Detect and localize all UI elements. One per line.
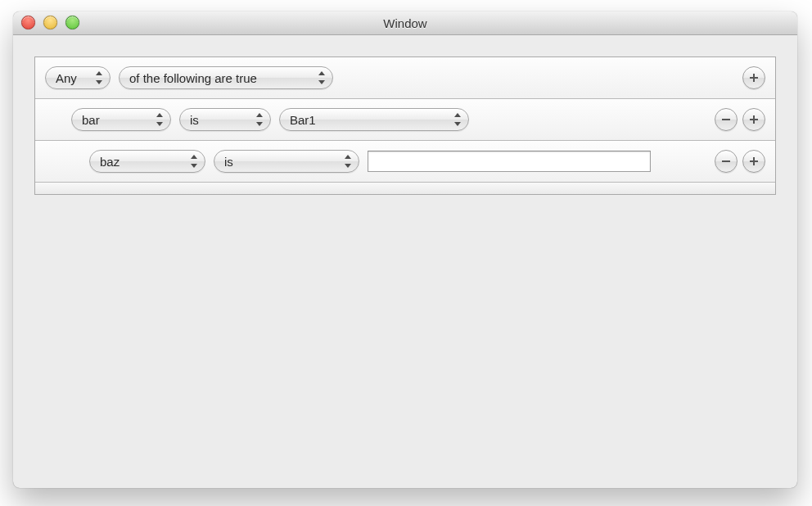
chevron-updown-icon [345,156,351,167]
add-rule-button[interactable] [742,108,765,131]
svg-rect-4 [750,119,758,120]
rule-editor-footer [35,183,775,194]
chevron-updown-icon [191,156,197,167]
value-input[interactable] [368,151,651,172]
value-popup[interactable]: Bar1 [279,108,469,131]
plus-icon [749,73,759,83]
rule-row-compound: Any of the following are true [35,57,775,99]
svg-rect-7 [750,160,758,162]
svg-rect-5 [722,160,730,162]
rule-row: bar is Bar1 [35,99,775,141]
match-popup-label: Any [56,71,77,85]
window-title: Window [383,16,426,30]
minimize-icon[interactable] [43,16,57,29]
field-popup-label: baz [100,155,120,169]
minus-icon [721,115,731,124]
chevron-updown-icon [318,72,325,84]
window-frame: Window Any of the following are true [13,11,797,488]
field-popup[interactable]: bar [71,108,171,131]
match-popup[interactable]: Any [45,66,111,89]
value-popup-label: Bar1 [290,113,316,127]
chevron-updown-icon [96,72,102,84]
field-popup-label: bar [82,113,100,127]
add-rule-button[interactable] [742,66,765,89]
svg-rect-1 [750,77,758,79]
add-rule-button[interactable] [742,150,765,173]
field-popup[interactable]: baz [89,150,205,173]
close-icon[interactable] [21,16,35,29]
operator-popup[interactable]: is [179,108,271,131]
plus-icon [749,156,759,166]
rule-row: baz is [35,141,775,183]
zoom-icon[interactable] [65,16,79,29]
minus-icon [721,156,731,166]
svg-rect-2 [722,119,730,120]
chevron-updown-icon [454,114,461,125]
clause-popup-label: of the following are true [129,71,257,85]
content-area: Any of the following are true [13,35,797,216]
rule-editor: Any of the following are true [34,56,776,195]
titlebar[interactable]: Window [13,11,797,35]
plus-icon [749,115,759,124]
operator-popup-label: is [224,155,233,169]
remove-rule-button[interactable] [715,108,738,131]
clause-popup[interactable]: of the following are true [119,66,333,89]
operator-popup-label: is [190,113,199,127]
chevron-updown-icon [256,114,263,125]
operator-popup[interactable]: is [214,150,359,173]
chevron-updown-icon [156,114,163,125]
traffic-lights [21,16,79,29]
remove-rule-button[interactable] [715,150,738,173]
